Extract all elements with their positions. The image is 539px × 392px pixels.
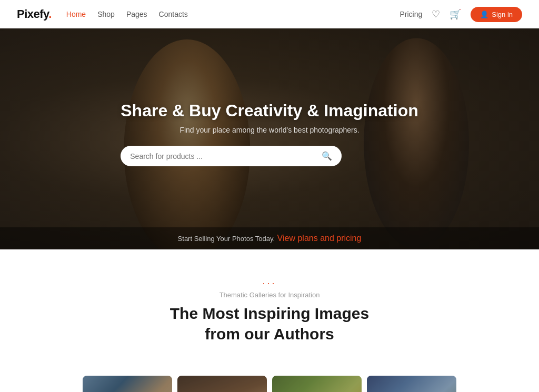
section-title: The Most Inspiring Images from our Autho… — [17, 303, 522, 344]
logo-dot: . — [48, 7, 52, 21]
gallery-family-overlay — [83, 376, 172, 392]
section-dots: ... — [17, 276, 522, 287]
heart-icon[interactable]: ♡ — [432, 8, 440, 20]
gallery-item-fashion[interactable]: Fashion — [177, 376, 267, 392]
search-input[interactable] — [130, 152, 316, 160]
nav-links: Home Shop Pages Contacts — [66, 10, 188, 18]
gallery-grid: Family Fashion Nature Travel — [0, 376, 539, 392]
hero-title: Share & Buy Creativity & Imagination — [121, 101, 418, 120]
view-plans-link[interactable]: View plans and pricing — [277, 234, 362, 243]
nav-home[interactable]: Home — [66, 10, 86, 18]
gallery-fashion-overlay — [177, 376, 267, 392]
logo[interactable]: Pixefy. — [17, 7, 52, 21]
section-title-line1: The Most Inspiring Images — [170, 305, 369, 322]
gallery-item-nature[interactable]: Nature — [272, 376, 362, 392]
navbar-right: Pricing ♡ 🛒 👤 Sign in — [400, 7, 522, 22]
hero-section: Share & Buy Creativity & Imagination Fin… — [0, 28, 539, 249]
navbar: Pixefy. Home Shop Pages Contacts Pricing… — [0, 0, 539, 28]
hero-content: Share & Buy Creativity & Imagination Fin… — [110, 101, 428, 166]
nav-shop[interactable]: Shop — [97, 10, 115, 18]
signin-label: Sign in — [492, 11, 513, 18]
inspiration-section: ... Thematic Galleries for Inspiration T… — [0, 249, 539, 376]
gallery-item-family[interactable]: Family — [83, 376, 172, 392]
search-icon[interactable]: 🔍 — [322, 151, 332, 161]
hero-search-bar: 🔍 — [121, 146, 342, 166]
signin-button[interactable]: 👤 Sign in — [471, 7, 522, 22]
gallery-item-travel[interactable]: Travel — [367, 376, 456, 392]
cart-icon[interactable]: 🛒 — [450, 8, 461, 20]
user-icon: 👤 — [480, 11, 488, 18]
nav-pages[interactable]: Pages — [126, 10, 147, 18]
logo-text: Pixefy — [17, 7, 48, 21]
navbar-left: Pixefy. Home Shop Pages Contacts — [17, 7, 188, 21]
hero-footer: Start Selling Your Photos Today. View pl… — [0, 227, 539, 249]
gallery-nature-overlay — [272, 376, 362, 392]
hero-footer-text: Start Selling Your Photos Today. — [178, 235, 275, 243]
gallery-travel-overlay — [367, 376, 456, 392]
hero-subtitle: Find your place among the world's best p… — [121, 126, 418, 134]
nav-pricing[interactable]: Pricing — [400, 10, 422, 18]
section-subtitle: Thematic Galleries for Inspiration — [17, 291, 522, 299]
nav-contacts[interactable]: Contacts — [159, 10, 188, 18]
section-title-line2: from our Authors — [205, 325, 334, 343]
